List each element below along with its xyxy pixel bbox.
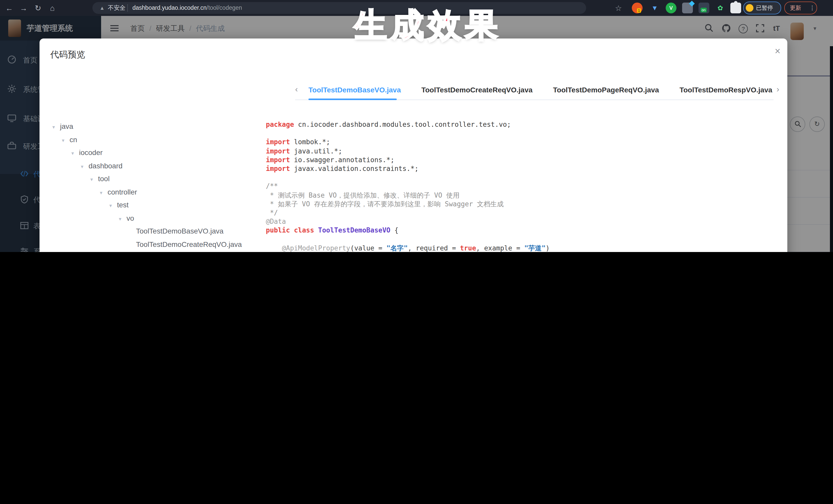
browser-home-icon[interactable]: ⌂ [47, 0, 57, 16]
tree-expand-caret-icon[interactable]: ▾ [119, 212, 126, 225]
extension-pin-icon[interactable]: ▼ [649, 3, 660, 13]
code-line: /** [266, 182, 774, 191]
not-secure-label[interactable]: 不安全 [108, 2, 125, 14]
code-line: * 测试示例 Base VO，提供给添加、修改、详细的子 VO 使用 [266, 191, 774, 199]
file-tab-3[interactable]: ToolTestDemoRespVO.java [680, 82, 772, 97]
profile-paused-chip[interactable]: 已暂停 [743, 2, 781, 15]
browser-update-button[interactable]: 更新 ⋮ [784, 2, 817, 15]
code-line [266, 235, 774, 243]
tree-expand-caret-icon[interactable]: ▾ [100, 186, 108, 199]
code-line: import lombok.*; [266, 138, 774, 146]
omnibox-divider [127, 4, 128, 12]
extension-plant-icon[interactable]: ✿ [715, 3, 726, 13]
file-tabs: ToolTestDemoBaseVO.javaToolTestDemoCreat… [308, 82, 773, 100]
tree-expand-caret-icon[interactable]: ▾ [109, 199, 117, 212]
url-text[interactable]: dashboard.yudao.iocoder.cn/tool/codegen [133, 2, 242, 14]
dialog-title: 代码预览 [50, 49, 85, 61]
browser-forward-icon[interactable]: → [19, 0, 29, 16]
tree-folder-row[interactable]: ▾tool [40, 172, 260, 186]
paused-label: 已暂停 [756, 2, 773, 14]
tree-file-row[interactable]: ToolTestDemoPageReqVO.java [40, 251, 260, 252]
tabs-scroll-right-icon[interactable]: › [777, 85, 779, 94]
tree-expand-caret-icon[interactable]: ▾ [71, 147, 79, 160]
screen: ← → ↻ ⌂ ▲ 不安全 dashboard.yudao.iocoder.cn… [0, 0, 833, 252]
tree-node-label[interactable]: tool [98, 174, 110, 183]
code-line: import java.util.*; [266, 146, 774, 155]
extension-green-v-icon[interactable]: V [666, 3, 676, 13]
extension-orange-icon[interactable]: 1 [632, 3, 643, 13]
code-line: * 如果子 VO 存在差异的字段，请不要添加到这里，影响 Swagger 文档生… [266, 199, 774, 208]
browser-reload-icon[interactable]: ↻ [33, 0, 43, 16]
tree-expand-caret-icon[interactable]: ▾ [90, 173, 98, 186]
code-line: package cn.iocoder.dashboard.modules.too… [266, 120, 774, 129]
not-secure-warning-icon: ▲ [100, 2, 105, 14]
tree-file-row[interactable]: ToolTestDemoCreateReqVO.java [40, 238, 260, 251]
file-tabs-bar: ‹ › ToolTestDemoBaseVO.javaToolTestDemoC… [255, 82, 787, 100]
file-tab-2[interactable]: ToolTestDemoPageReqVO.java [553, 82, 659, 97]
tree-folder-row[interactable]: ▾controller [40, 186, 260, 199]
bookmark-star-icon[interactable]: ☆ [613, 0, 624, 16]
address-bar[interactable]: ▲ 不安全 dashboard.yudao.iocoder.cn/tool/co… [92, 2, 586, 14]
code-viewer[interactable]: package cn.iocoder.dashboard.modules.too… [266, 120, 774, 252]
update-label: 更新 [790, 2, 801, 14]
code-line: */ [266, 208, 774, 217]
active-tab-underline [308, 99, 397, 100]
code-line [266, 129, 774, 138]
page-scrollbar[interactable] [830, 46, 833, 252]
code-line: import javax.validation.constraints.*; [266, 164, 774, 173]
file-tab-1[interactable]: ToolTestDemoCreateReqVO.java [421, 82, 532, 97]
annotation-overlay-text: 生成效果 [354, 3, 502, 48]
tree-expand-caret-icon[interactable]: ▾ [81, 160, 89, 173]
url-host: dashboard.yudao.iocoder.cn [133, 5, 207, 11]
code-line: import io.swagger.annotations.*; [266, 155, 774, 164]
tree-folder-row[interactable]: ▾iocoder [40, 146, 260, 159]
tree-node-label[interactable]: test [117, 201, 128, 209]
code-line [266, 173, 774, 182]
browser-menu-kebab-icon[interactable]: ⋮ [809, 2, 815, 14]
extensions-puzzle-icon[interactable] [730, 3, 741, 13]
browser-back-icon[interactable]: ← [4, 0, 15, 16]
code-preview-dialog: 代码预览 × ▾java▾cn▾iocoder▾dashboard▾tool▾c… [40, 39, 787, 252]
code-line: @ApiModelProperty(value = "名字", required… [266, 243, 774, 252]
tree-node-label[interactable]: java [60, 122, 73, 130]
tabs-scroll-left-icon[interactable]: ‹ [295, 85, 298, 94]
tree-folder-row[interactable]: ▾vo [40, 212, 260, 225]
tree-expand-caret-icon[interactable]: ▾ [62, 134, 70, 147]
tree-folder-row[interactable]: ▾cn [40, 133, 260, 146]
tree-node-label[interactable]: dashboard [89, 162, 122, 170]
file-tab-0[interactable]: ToolTestDemoBaseVO.java [308, 82, 401, 97]
tree-file-row[interactable]: ToolTestDemoBaseVO.java [40, 225, 260, 238]
tree-node-label[interactable]: controller [108, 188, 137, 196]
code-line: @Data [266, 217, 774, 226]
url-path: /tool/codegen [207, 5, 242, 11]
extension-grid-icon[interactable] [682, 3, 693, 13]
tree-node-label[interactable]: iocoder [79, 148, 103, 157]
profile-avatar-emoji [746, 4, 754, 12]
dialog-close-icon[interactable]: × [772, 46, 783, 57]
tree-node-label[interactable]: vo [126, 214, 134, 222]
tree-expand-caret-icon[interactable]: ▾ [52, 121, 60, 134]
code-line: public class ToolTestDemoBaseVO { [266, 226, 774, 235]
file-tree: ▾java▾cn▾iocoder▾dashboard▾tool▾controll… [40, 120, 260, 252]
tree-node-label[interactable]: ToolTestDemoBaseVO.java [136, 227, 223, 235]
tree-folder-row[interactable]: ▾test [40, 199, 260, 212]
tree-node-label[interactable]: cn [70, 135, 77, 143]
tree-folder-row[interactable]: ▾java [40, 120, 260, 133]
tree-node-label[interactable]: ToolTestDemoCreateReqVO.java [136, 240, 242, 248]
tree-folder-row[interactable]: ▾dashboard [40, 159, 260, 172]
extension-list-icon[interactable]: on [698, 3, 709, 13]
